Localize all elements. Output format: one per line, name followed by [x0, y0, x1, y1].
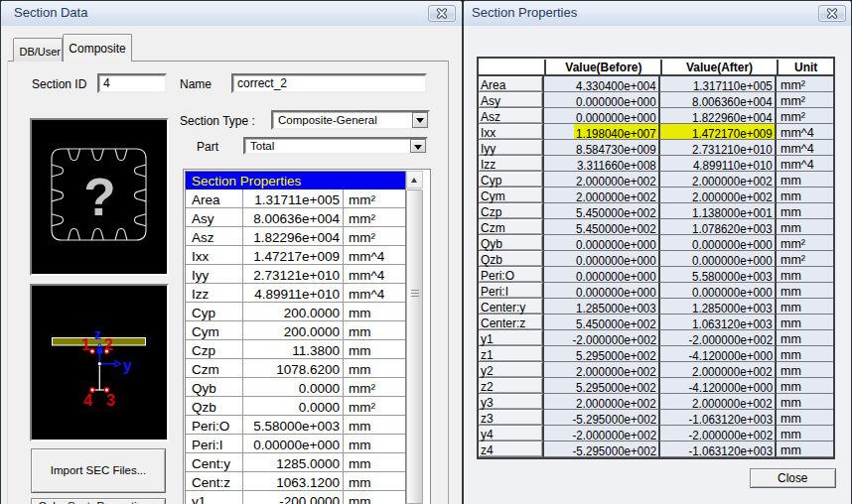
svg-text:?: ?	[83, 168, 115, 226]
svg-text:4: 4	[83, 392, 92, 409]
svg-text:z: z	[94, 326, 101, 342]
svg-text:y: y	[123, 357, 132, 374]
svg-text:1: 1	[81, 336, 90, 353]
svg-text:3: 3	[106, 392, 115, 409]
